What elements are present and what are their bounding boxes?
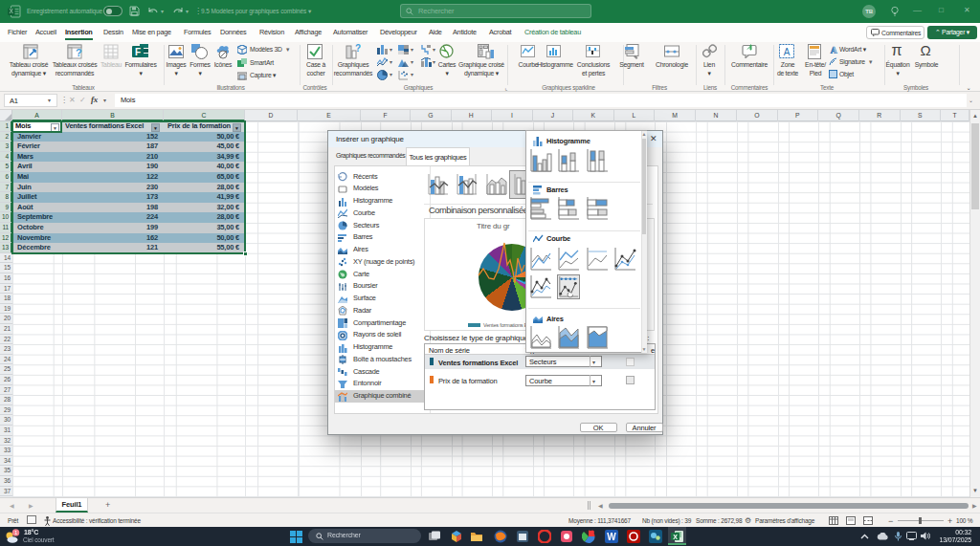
svg-text:?: ? — [355, 44, 361, 54]
svg-text:F: F — [135, 47, 141, 57]
svg-text:A: A — [830, 45, 837, 54]
svg-text:A: A — [784, 47, 791, 57]
svg-text:W: W — [607, 532, 616, 542]
svg-text:X: X — [673, 534, 678, 540]
svg-text:?: ? — [76, 47, 82, 58]
